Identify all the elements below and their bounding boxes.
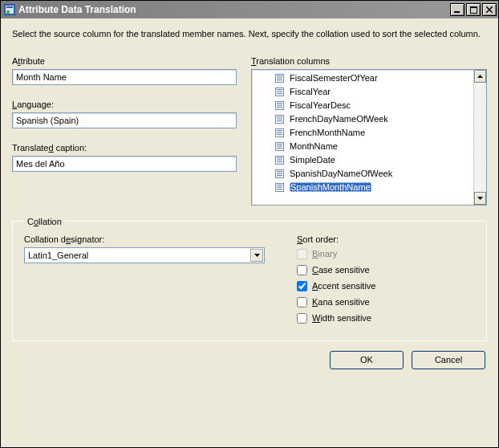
sort-order-option-label: Binary [312, 249, 337, 259]
svg-rect-34 [277, 161, 282, 162]
svg-rect-25 [277, 132, 282, 132]
attribute-value: Month Name [16, 72, 67, 82]
ok-button[interactable]: OK [330, 351, 404, 369]
svg-rect-12 [277, 89, 282, 90]
attribute-label: Attribute [12, 56, 237, 66]
sort-order-option[interactable]: Case sensitive [297, 263, 475, 277]
sort-order-checkbox[interactable] [297, 297, 307, 307]
svg-rect-8 [277, 75, 282, 76]
collation-legend: Collation [24, 217, 65, 226]
svg-rect-36 [277, 171, 282, 172]
translation-columns-label: Translation columns [251, 56, 487, 66]
sort-order-checkbox[interactable] [297, 265, 307, 275]
list-item-label: FiscalSemesterOfYear [290, 73, 378, 83]
sort-order-option: Binary [297, 247, 475, 261]
sort-order-option-label: Case sensitive [312, 265, 370, 275]
sort-order-option[interactable]: Kana sensitive [297, 295, 475, 309]
svg-rect-30 [277, 148, 282, 149]
collation-designator-label: Collation designator: [24, 234, 265, 244]
list-item-label: SpanishDayNameOfWeek [290, 169, 392, 178]
list-item[interactable]: FiscalYear [252, 85, 473, 99]
list-item-label: FiscalYear [290, 87, 331, 96]
scroll-down-button[interactable] [474, 192, 486, 205]
attribute-field[interactable]: Month Name [12, 69, 237, 85]
sort-order-checkbox [297, 249, 307, 259]
language-value: Spanish (Spain) [16, 116, 79, 125]
list-item-label: MonthName [290, 141, 338, 151]
svg-rect-20 [277, 116, 282, 117]
svg-rect-41 [277, 186, 282, 187]
minimize-button[interactable] [450, 3, 465, 16]
list-item-label: FrenchDayNameOfWeek [290, 114, 388, 124]
svg-rect-13 [277, 91, 282, 92]
button-row: OK Cancel [12, 344, 487, 371]
list-item-label: SimpleDate [290, 155, 335, 165]
window-title: Attribute Data Translation [18, 4, 136, 15]
scroll-track[interactable] [474, 83, 486, 192]
svg-rect-4 [454, 11, 460, 13]
translated-caption-label: Translated caption: [12, 143, 237, 153]
svg-rect-42 [277, 189, 282, 189]
column-icon [274, 141, 285, 152]
svg-rect-29 [277, 145, 282, 146]
list-item-label: FrenchMonthName [290, 128, 365, 137]
dropdown-button[interactable] [250, 249, 263, 262]
svg-point-3 [6, 10, 10, 14]
svg-rect-40 [277, 185, 282, 185]
sort-order-option[interactable]: Accent sensitive [297, 279, 475, 293]
sort-order-option-label: Accent sensitive [312, 281, 376, 291]
titlebar[interactable]: Attribute Data Translation [1, 1, 498, 18]
list-item[interactable]: SimpleDate [252, 153, 473, 167]
svg-rect-28 [277, 144, 282, 145]
maximize-button[interactable] [466, 3, 481, 16]
language-field[interactable]: Spanish (Spain) [12, 112, 237, 128]
column-icon [274, 169, 285, 179]
description-text: Select the source column for the transla… [12, 28, 487, 40]
svg-rect-10 [277, 79, 282, 80]
sort-order-checkbox[interactable] [297, 313, 307, 324]
svg-rect-22 [277, 120, 282, 121]
column-icon [274, 100, 285, 111]
sort-order-option[interactable]: Width sensitive [297, 312, 475, 325]
column-icon [274, 73, 285, 83]
content-area: Select the source column for the transla… [1, 18, 498, 447]
sort-order-option-label: Kana sensitive [312, 297, 370, 307]
svg-rect-33 [277, 159, 282, 160]
collation-designator-value: Latin1_General [28, 250, 88, 260]
svg-rect-9 [277, 77, 282, 78]
close-button[interactable] [482, 3, 497, 16]
svg-rect-14 [277, 93, 282, 94]
dialog-window: Attribute Data Translation Select the so… [0, 0, 499, 448]
sort-order-option-label: Width sensitive [312, 313, 371, 323]
svg-rect-37 [277, 173, 282, 173]
list-item[interactable]: MonthName [252, 140, 473, 153]
scroll-up-button[interactable] [474, 70, 486, 83]
list-item[interactable]: FiscalYearDesc [252, 99, 473, 112]
list-item-label: FiscalYearDesc [290, 100, 351, 110]
sort-order-label: Sort order: [297, 234, 475, 244]
list-item[interactable]: FiscalSemesterOfYear [252, 71, 473, 85]
column-icon [274, 114, 285, 124]
collation-group: Collation Collation designator: Latin1_G… [12, 217, 487, 341]
list-item[interactable]: FrenchDayNameOfWeek [252, 112, 473, 126]
svg-rect-38 [277, 175, 282, 176]
column-icon [274, 182, 285, 193]
collation-designator-select[interactable]: Latin1_General [24, 247, 265, 263]
list-item[interactable]: SpanishDayNameOfWeek [252, 167, 473, 181]
svg-rect-17 [277, 104, 282, 105]
list-item[interactable]: SpanishMonthName [252, 181, 473, 194]
column-icon [274, 155, 285, 165]
column-icon [274, 87, 285, 97]
svg-rect-26 [277, 134, 282, 135]
sort-order-checkbox[interactable] [297, 281, 307, 291]
list-item-label: SpanishMonthName [290, 182, 371, 192]
svg-rect-2 [6, 6, 13, 8]
listbox-scrollbar[interactable] [473, 70, 486, 205]
svg-rect-32 [277, 157, 282, 158]
list-item[interactable]: FrenchMonthName [252, 126, 473, 140]
cancel-button[interactable]: Cancel [412, 351, 485, 369]
translated-caption-input[interactable] [12, 156, 237, 172]
language-label: Language: [12, 100, 237, 109]
svg-rect-6 [470, 6, 477, 8]
translation-columns-listbox[interactable]: FiscalSemesterOfYearFiscalYearFiscalYear… [251, 69, 487, 206]
